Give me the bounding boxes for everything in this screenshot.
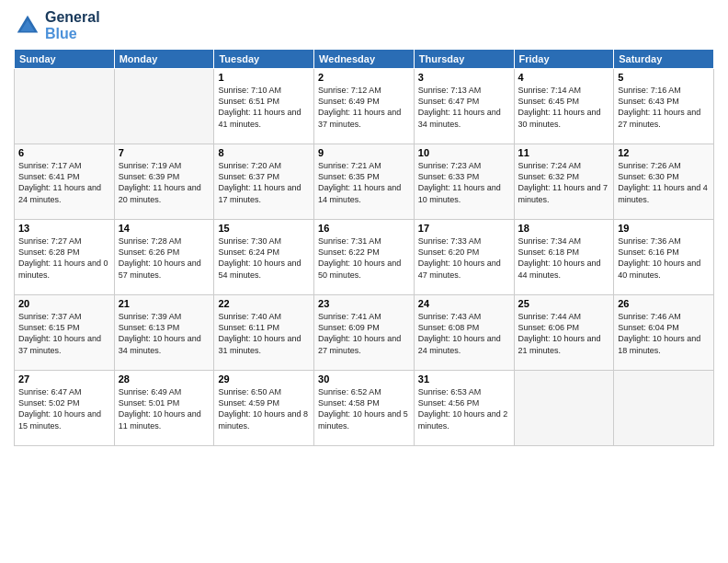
day-detail: Sunrise: 7:44 AMSunset: 6:06 PMDaylight:… [518, 311, 610, 356]
calendar-cell: 14Sunrise: 7:28 AMSunset: 6:26 PMDayligh… [114, 220, 214, 295]
day-number: 3 [418, 72, 510, 83]
calendar-cell: 11Sunrise: 7:24 AMSunset: 6:32 PMDayligh… [514, 144, 614, 220]
page: General Blue SundayMondayTuesdayWednesda… [0, 0, 728, 563]
logo: General Blue [14, 9, 100, 41]
day-detail: Sunrise: 7:46 AMSunset: 6:04 PMDaylight:… [618, 311, 710, 356]
weekday-header-row: SundayMondayTuesdayWednesdayThursdayFrid… [15, 50, 714, 69]
week-row-4: 20Sunrise: 7:37 AMSunset: 6:15 PMDayligh… [15, 295, 714, 371]
weekday-header-wednesday: Wednesday [314, 50, 415, 69]
day-number: 20 [18, 298, 110, 309]
calendar-cell: 15Sunrise: 7:30 AMSunset: 6:24 PMDayligh… [214, 220, 314, 295]
day-detail: Sunrise: 7:40 AMSunset: 6:11 PMDaylight:… [218, 311, 310, 356]
calendar-cell: 19Sunrise: 7:36 AMSunset: 6:16 PMDayligh… [614, 220, 714, 295]
day-detail: Sunrise: 6:50 AMSunset: 4:59 PMDaylight:… [218, 386, 310, 431]
weekday-header-thursday: Thursday [414, 50, 514, 69]
weekday-header-sunday: Sunday [15, 50, 115, 69]
day-number: 12 [618, 147, 710, 158]
day-detail: Sunrise: 7:16 AMSunset: 6:43 PMDaylight:… [618, 85, 710, 130]
day-number: 27 [18, 373, 110, 385]
day-detail: Sunrise: 7:21 AMSunset: 6:35 PMDaylight:… [318, 160, 410, 205]
calendar-cell: 28Sunrise: 6:49 AMSunset: 5:01 PMDayligh… [114, 371, 214, 446]
day-number: 4 [518, 72, 610, 83]
day-detail: Sunrise: 7:43 AMSunset: 6:08 PMDaylight:… [418, 311, 510, 356]
day-detail: Sunrise: 6:49 AMSunset: 5:01 PMDaylight:… [119, 386, 210, 431]
day-number: 10 [418, 147, 510, 158]
logo-icon [14, 12, 41, 40]
calendar-cell [614, 371, 714, 446]
day-detail: Sunrise: 7:19 AMSunset: 6:39 PMDaylight:… [119, 160, 210, 205]
day-detail: Sunrise: 6:53 AMSunset: 4:56 PMDaylight:… [418, 386, 510, 431]
day-number: 18 [518, 223, 610, 234]
day-detail: Sunrise: 7:14 AMSunset: 6:45 PMDaylight:… [518, 85, 610, 130]
week-row-2: 6Sunrise: 7:17 AMSunset: 6:41 PMDaylight… [15, 144, 714, 220]
day-number: 7 [119, 147, 210, 158]
day-detail: Sunrise: 7:33 AMSunset: 6:20 PMDaylight:… [418, 236, 510, 281]
calendar-cell: 31Sunrise: 6:53 AMSunset: 4:56 PMDayligh… [414, 371, 514, 446]
day-number: 31 [418, 373, 510, 385]
day-detail: Sunrise: 6:52 AMSunset: 4:58 PMDaylight:… [318, 386, 410, 431]
day-number: 8 [218, 147, 310, 158]
day-detail: Sunrise: 7:27 AMSunset: 6:28 PMDaylight:… [18, 236, 110, 281]
day-number: 6 [18, 147, 110, 158]
day-detail: Sunrise: 7:12 AMSunset: 6:49 PMDaylight:… [318, 85, 410, 130]
weekday-header-tuesday: Tuesday [214, 50, 314, 69]
calendar-cell: 21Sunrise: 7:39 AMSunset: 6:13 PMDayligh… [114, 295, 214, 371]
calendar-cell: 24Sunrise: 7:43 AMSunset: 6:08 PMDayligh… [414, 295, 514, 371]
day-number: 11 [518, 147, 610, 158]
day-detail: Sunrise: 6:47 AMSunset: 5:02 PMDaylight:… [18, 386, 110, 431]
day-detail: Sunrise: 7:34 AMSunset: 6:18 PMDaylight:… [518, 236, 610, 281]
calendar-cell: 16Sunrise: 7:31 AMSunset: 6:22 PMDayligh… [314, 220, 415, 295]
calendar-cell: 10Sunrise: 7:23 AMSunset: 6:33 PMDayligh… [414, 144, 514, 220]
calendar-cell: 6Sunrise: 7:17 AMSunset: 6:41 PMDaylight… [15, 144, 115, 220]
header: General Blue [14, 9, 714, 41]
calendar-cell: 8Sunrise: 7:20 AMSunset: 6:37 PMDaylight… [214, 144, 314, 220]
calendar-cell: 3Sunrise: 7:13 AMSunset: 6:47 PMDaylight… [414, 69, 514, 144]
calendar-cell: 17Sunrise: 7:33 AMSunset: 6:20 PMDayligh… [414, 220, 514, 295]
day-number: 25 [518, 298, 610, 309]
weekday-header-monday: Monday [114, 50, 214, 69]
day-number: 21 [119, 298, 210, 309]
day-detail: Sunrise: 7:28 AMSunset: 6:26 PMDaylight:… [119, 236, 210, 281]
calendar-cell: 22Sunrise: 7:40 AMSunset: 6:11 PMDayligh… [214, 295, 314, 371]
calendar-cell: 1Sunrise: 7:10 AMSunset: 6:51 PMDaylight… [214, 69, 314, 144]
day-number: 30 [318, 373, 410, 385]
calendar-cell [15, 69, 115, 144]
weekday-header-friday: Friday [514, 50, 614, 69]
calendar-table: SundayMondayTuesdayWednesdayThursdayFrid… [14, 49, 714, 446]
calendar-cell: 12Sunrise: 7:26 AMSunset: 6:30 PMDayligh… [614, 144, 714, 220]
calendar-cell [514, 371, 614, 446]
calendar-cell [114, 69, 214, 144]
day-number: 26 [618, 298, 710, 309]
calendar-cell: 27Sunrise: 6:47 AMSunset: 5:02 PMDayligh… [15, 371, 115, 446]
calendar-cell: 5Sunrise: 7:16 AMSunset: 6:43 PMDaylight… [614, 69, 714, 144]
day-detail: Sunrise: 7:31 AMSunset: 6:22 PMDaylight:… [318, 236, 410, 281]
day-number: 9 [318, 147, 410, 158]
day-detail: Sunrise: 7:41 AMSunset: 6:09 PMDaylight:… [318, 311, 410, 356]
calendar-cell: 2Sunrise: 7:12 AMSunset: 6:49 PMDaylight… [314, 69, 415, 144]
day-number: 28 [119, 373, 210, 385]
day-detail: Sunrise: 7:20 AMSunset: 6:37 PMDaylight:… [218, 160, 310, 205]
day-number: 5 [618, 72, 710, 83]
day-number: 15 [218, 223, 310, 234]
day-detail: Sunrise: 7:36 AMSunset: 6:16 PMDaylight:… [618, 236, 710, 281]
day-number: 16 [318, 223, 410, 234]
calendar-cell: 23Sunrise: 7:41 AMSunset: 6:09 PMDayligh… [314, 295, 415, 371]
week-row-3: 13Sunrise: 7:27 AMSunset: 6:28 PMDayligh… [15, 220, 714, 295]
week-row-1: 1Sunrise: 7:10 AMSunset: 6:51 PMDaylight… [15, 69, 714, 144]
day-number: 22 [218, 298, 310, 309]
day-detail: Sunrise: 7:13 AMSunset: 6:47 PMDaylight:… [418, 85, 510, 130]
calendar-cell: 4Sunrise: 7:14 AMSunset: 6:45 PMDaylight… [514, 69, 614, 144]
day-number: 13 [18, 223, 110, 234]
day-detail: Sunrise: 7:26 AMSunset: 6:30 PMDaylight:… [618, 160, 710, 205]
calendar-cell: 29Sunrise: 6:50 AMSunset: 4:59 PMDayligh… [214, 371, 314, 446]
day-detail: Sunrise: 7:23 AMSunset: 6:33 PMDaylight:… [418, 160, 510, 205]
weekday-header-saturday: Saturday [614, 50, 714, 69]
day-number: 17 [418, 223, 510, 234]
calendar-cell: 25Sunrise: 7:44 AMSunset: 6:06 PMDayligh… [514, 295, 614, 371]
day-detail: Sunrise: 7:17 AMSunset: 6:41 PMDaylight:… [18, 160, 110, 205]
day-detail: Sunrise: 7:24 AMSunset: 6:32 PMDaylight:… [518, 160, 610, 205]
day-number: 14 [119, 223, 210, 234]
day-number: 19 [618, 223, 710, 234]
day-detail: Sunrise: 7:30 AMSunset: 6:24 PMDaylight:… [218, 236, 310, 281]
calendar-cell: 20Sunrise: 7:37 AMSunset: 6:15 PMDayligh… [15, 295, 115, 371]
